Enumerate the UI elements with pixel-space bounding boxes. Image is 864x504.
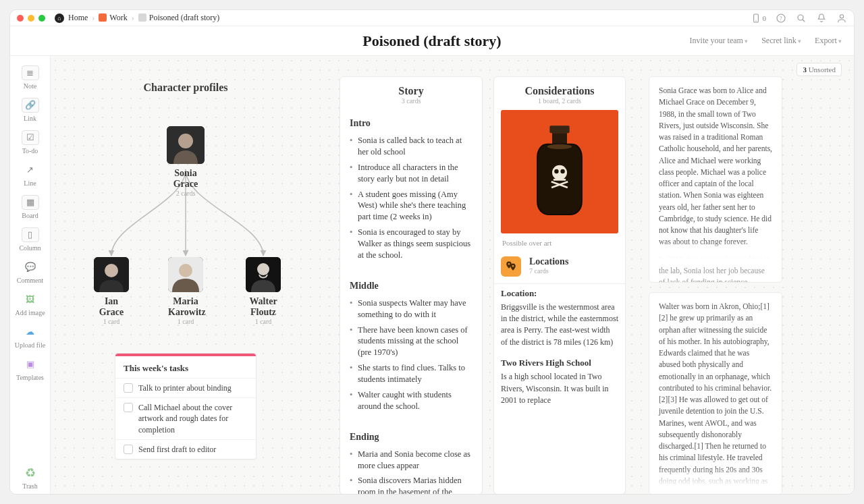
svg-point-8 [178,134,193,148]
character-walter[interactable]: Walter Floutz 1 card [246,257,281,325]
checkbox[interactable] [124,445,133,454]
character-ian[interactable]: Ian Grace 1 card [94,257,129,325]
titlebar: ⌂ Home › Work › Poisoned (draft story) 0… [10,10,854,26]
list-item[interactable]: There have been known cases of students … [358,323,473,361]
unsorted-badge[interactable]: 3 Unsorted [796,63,842,76]
list-item[interactable]: She starts to find clues. Talks to stude… [358,360,473,387]
zoom-window-button[interactable] [38,15,45,22]
svg-point-1 [755,20,756,21]
secret-link-menu[interactable]: Secret link [761,36,801,46]
tool-templates[interactable]: ▣Templates [14,354,47,385]
story-middle-list: Sonia suspects Walter may have something… [340,296,482,424]
task-item[interactable]: Send first draft to editor [115,440,256,459]
tool-add-image[interactable]: 🖼Add image [14,289,47,320]
tool-note[interactable]: ≣Note [14,63,47,94]
svg-point-25 [512,265,514,267]
svg-point-10 [105,264,118,277]
tool-line[interactable]: ↗Line [14,160,47,191]
board-icon: ▦ [22,195,39,210]
window-controls [17,15,45,22]
tool-board[interactable]: ▦Board [14,192,47,223]
link-icon: 🔗 [22,98,39,113]
list-item[interactable]: Sonia is called back to teach at her old… [358,133,473,160]
tasks-card[interactable]: This week's tasks Talk to printer about … [115,353,256,459]
svg-rect-15 [549,126,569,134]
list-item[interactable]: Walter caught with students around the s… [358,387,473,414]
tool-label: To-do [22,147,38,155]
image-icon: 🖼 [22,292,39,307]
breadcrumb-work[interactable]: Work [99,13,127,23]
bell-icon[interactable] [816,13,827,24]
column-meta: 3 cards [340,97,482,110]
svg-point-14 [257,263,269,275]
minimize-window-button[interactable] [28,15,34,22]
locations-board-link[interactable]: Locations 7 cards [501,256,618,283]
story-column[interactable]: Story 3 cards Intro Sonia is called back… [340,76,483,494]
note-paragraph: In 2018, just a year after working in th… [659,254,772,283]
school-text: Is a high school located in Two Rivers, … [501,368,618,412]
work-color-icon [99,13,107,22]
tool-trash[interactable]: ♻Trash [14,463,47,494]
canvas[interactable]: 3 Unsorted Character profiles [51,56,854,494]
task-item[interactable]: Talk to printer about binding [115,379,256,397]
story-middle-heading: Middle [340,273,482,296]
task-item[interactable]: Call Michael about the cover artwork and… [115,398,256,439]
help-icon[interactable]: ? [776,13,786,24]
tool-label: Link [24,115,36,122]
list-item[interactable]: A student goes missing (Amy West) while … [358,187,473,225]
profiles-title: Character profiles [71,82,300,94]
breadcrumb-work-label[interactable]: Work [109,13,127,22]
checkbox[interactable] [124,403,133,412]
chevron-right-icon: › [132,13,134,23]
invite-team-menu[interactable]: Invite your team [690,36,749,46]
considerations-column[interactable]: Considerations 1 board, 2 cards [493,76,626,494]
svg-rect-16 [552,134,567,145]
note-paragraph: Sonia Grace was born to Alice and Michae… [659,85,772,248]
svg-point-17 [547,144,572,149]
breadcrumb-home[interactable]: Home [68,13,88,23]
device-count: 0 [763,14,767,22]
note-sonia-bio[interactable]: Sonia Grace was born to Alice and Michae… [649,76,782,283]
export-menu[interactable]: Export [815,36,842,46]
device-badge[interactable]: 0 [751,13,767,24]
close-window-button[interactable] [17,15,24,22]
list-item[interactable]: Sonia discovers Marias hidden room in th… [358,473,473,494]
svg-point-4 [798,15,803,20]
svg-point-12 [179,264,192,277]
app-body: ≣Note 🔗Link ☑To-do ↗Line ▦Board ▯Column … [10,56,854,494]
avatar [246,257,281,292]
tool-upload-file[interactable]: ☁Upload file [14,322,47,353]
note-walter-bio[interactable]: Walter was born in Akron, Ohio;[1][2] he… [649,292,782,494]
list-item[interactable]: Sonia suspects Walter may have something… [358,296,473,323]
svg-point-18 [552,165,567,180]
search-icon[interactable] [796,13,807,24]
tool-link[interactable]: 🔗Link [14,95,47,126]
home-icon[interactable]: ⌂ [55,13,64,23]
list-item[interactable]: Sonia is encouraged to stay by Walker as… [358,225,473,263]
character-name: Walter Floutz [246,296,281,318]
character-maria[interactable]: Maria Karowitz 1 card [168,257,203,325]
tool-todo[interactable]: ☑To-do [14,128,47,159]
line-icon: ↗ [22,163,39,177]
tool-column[interactable]: ▯Column [14,225,47,256]
phone-icon [751,13,761,24]
list-item[interactable]: Introduce all characters in the story ea… [358,160,473,187]
locations-icon-chip [501,256,521,277]
avatar [168,257,203,292]
app-window: ⌂ Home › Work › Poisoned (draft story) 0… [9,9,855,495]
breadcrumb-current-label: Poisoned (draft story) [149,13,220,22]
upload-icon: ☁ [22,325,39,339]
list-item[interactable]: Maria and Sonia become close as more clu… [358,447,473,474]
note-paragraph: Walter was born in Akron, Ohio;[1][2] he… [659,301,772,494]
character-sonia[interactable]: Sonia Grace 2 cards [165,126,206,197]
svg-line-5 [803,20,805,22]
story-ending-heading: Ending [340,424,482,447]
checkbox[interactable] [124,383,133,393]
svg-point-20 [560,169,564,173]
trash-icon: ♻ [22,466,39,480]
svg-point-24 [508,263,510,264]
character-name: Maria Karowitz [168,296,203,318]
tool-comment[interactable]: 💬Comment [14,257,47,288]
user-icon[interactable] [836,13,847,24]
cover-art-image[interactable] [501,110,618,233]
